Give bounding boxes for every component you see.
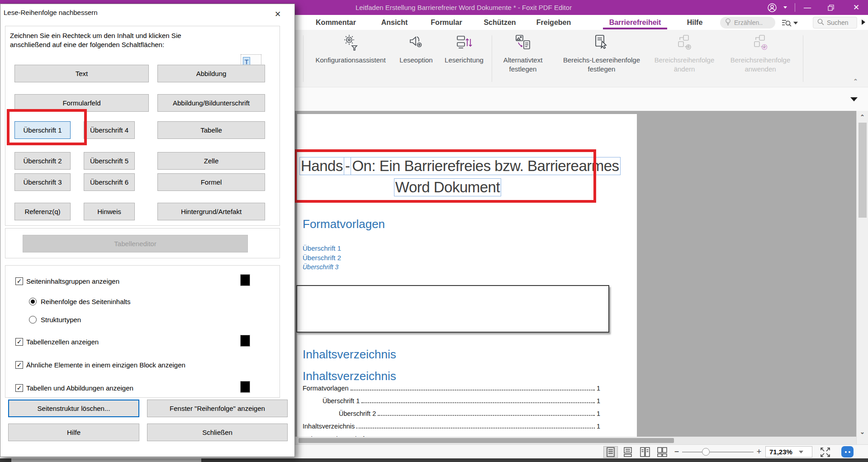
tag-figure-caption-button[interactable]: Abbildung/Bildunterschrift [157,94,265,112]
page-content-order-radio[interactable] [29,298,37,305]
set-region-reading-order-button[interactable]: Bereichs-Lesereihenfolge festlegen [556,33,647,74]
show-similar-elements-checkbox[interactable]: ✓ [15,361,23,369]
zoom-dropdown-caret-icon [799,451,803,453]
tab-schuetzen[interactable]: Schützen [484,15,516,30]
tag-figure-button[interactable]: Abbildung [157,65,265,82]
show-tables-figures-checkbox[interactable]: ✓ [15,384,23,392]
collapse-ribbon-icon[interactable]: ⌃ [853,78,858,85]
toc-row: Überschrift 1 1 [323,397,600,405]
set-alt-text-button[interactable]: Alternativtext festlegen [499,33,546,74]
config-assistant-button[interactable]: Konfigurationsassistent [309,33,392,65]
close-dialog-button[interactable]: Schließen [147,424,288,441]
bottom-edge-segment [11,458,201,462]
zoom-in-button[interactable]: + [755,446,763,457]
ribbon-button-label: Bereichs-Lesereihenfolge [563,56,640,65]
fulltext-search-icon[interactable] [782,19,798,27]
tab-ansicht[interactable]: Ansicht [379,15,410,30]
bottom-edge-band [0,458,868,462]
fit-fullscreen-icon[interactable] [820,447,831,460]
tag-heading6-button[interactable]: Überschrift 6 [84,173,135,191]
tag-reference-button[interactable]: Referenz(q) [14,203,71,220]
page-content-color-swatch[interactable] [240,274,250,286]
tag-heading5-button[interactable]: Überschrift 5 [84,152,135,170]
table-cells-color-swatch[interactable] [240,335,250,347]
tag-note-button[interactable]: Hinweis [84,203,135,220]
account-icon[interactable] [765,0,779,15]
search-icon [817,19,824,27]
tag-heading4-button[interactable]: Überschrift 4 [84,121,135,139]
doc-empty-frame [296,285,609,333]
horizontal-scrollbar-thumb[interactable] [299,438,674,443]
titlebar-separator [795,3,795,12]
search-box[interactable]: Suchen [813,17,857,29]
dialog-close-button[interactable]: ✕ [270,8,285,20]
show-page-content-groups-checkbox[interactable]: ✓ [15,277,23,285]
tag-cell-button[interactable]: Zelle [157,152,265,170]
vertical-scrollbar[interactable]: ⌃ ⌄ [856,111,868,444]
tag-text-button[interactable]: Text [14,65,149,82]
zoom-slider-handle[interactable] [702,448,710,456]
display-options-group: ✓ Seiteninhaltsgruppen anzeigen Reihenfo… [5,265,280,398]
single-page-view-button[interactable] [603,446,618,458]
account-dropdown-caret-icon[interactable] [782,0,789,15]
toc-leader [378,415,595,416]
table-editor-group: Tabelleneditor [5,228,280,258]
ribbon-button-label: Leseoption [399,56,432,65]
scroll-down-icon[interactable]: ⌄ [857,429,868,435]
instruction-line2: anschließend auf eine der folgenden Scha… [10,41,164,48]
tab-freigeben[interactable]: Freigeben [535,15,572,30]
close-window-button[interactable]: ✕ [849,0,864,15]
toc-label: Überschrift 1 [323,397,360,405]
scroll-down-icon[interactable] [850,97,858,101]
toc-row: Überschrift 2 1 [339,410,600,417]
toolbar-substrip [295,87,868,111]
toc-leader [351,390,595,391]
horizontal-scrollbar[interactable] [295,437,856,444]
scroll-up-icon[interactable]: ⌃ [857,114,868,120]
doc-link-ueberschrift1: Überschrift 1 [303,244,341,252]
zoom-out-button[interactable]: − [673,446,680,457]
tables-figures-color-swatch[interactable] [240,381,250,393]
tell-me-box[interactable]: Erzählen.. [720,17,775,29]
zoom-level-value: 71,23% [769,448,792,456]
tag-table-button[interactable]: Tabelle [157,121,265,139]
toc-leader [356,428,595,429]
continuous-facing-view-button[interactable] [655,446,669,458]
read-option-button[interactable]: Leseoption [394,33,438,65]
more-tools-arrow-icon[interactable] [862,19,865,25]
zoom-slider-track[interactable] [682,452,754,452]
ribbon-button-label: Alternativtext [503,56,543,65]
tag-heading3-button[interactable]: Überschrift 3 [14,173,71,191]
change-region-order-button: Bereichsreihenfolge ändern [650,33,718,74]
read-direction-button[interactable]: Leserichtung [441,33,487,65]
restore-button[interactable] [823,0,839,15]
continuous-view-button[interactable] [621,446,635,458]
tab-kommentar[interactable]: Kommentar [312,15,360,30]
red-annotation-rect-document [295,149,596,203]
ribbon-button-label: Bereichsreihenfolge [655,56,715,65]
tag-formula-button[interactable]: Formel [157,173,265,191]
ribbon-group-separator [303,35,304,82]
show-table-cells-checkbox[interactable]: ✓ [15,338,23,346]
tag-heading2-button[interactable]: Überschrift 2 [14,152,71,170]
show-order-panel-button[interactable]: Fenster "Reihenfolge" anzeigen [147,400,288,417]
help-button[interactable]: Hilfe [8,424,139,441]
show-table-cells-label: Tabellenzellen anzeigen [26,338,99,346]
vertical-scrollbar-thumb[interactable] [859,123,867,218]
tab-formular[interactable]: Formular [427,15,466,30]
tag-background-artifact-button[interactable]: Hintergrund/Artefakt [157,203,265,220]
swap-check-icon-disabled [752,33,769,53]
dialog-title: Lese-Reihenfolge nachbessern [4,9,98,16]
minimize-button[interactable]: — [800,0,815,15]
page-content-order-label: Reihenfolge des Seiteninhalts [41,298,130,305]
ribbon-group-separator [492,35,492,82]
lightbulb-icon [725,18,731,27]
doc-heading-formatvorlagen: Formatvorlagen [303,217,385,231]
zoom-level-field[interactable]: 71,23% [765,446,812,457]
clear-page-structure-button[interactable]: Seitenstruktur löschen... [8,400,139,417]
structure-types-radio[interactable] [29,316,37,324]
assistant-icon[interactable] [841,446,854,457]
tab-hilfe[interactable]: Hilfe [684,15,705,30]
facing-view-button[interactable] [638,446,652,458]
list-arrows-icon [455,33,473,53]
